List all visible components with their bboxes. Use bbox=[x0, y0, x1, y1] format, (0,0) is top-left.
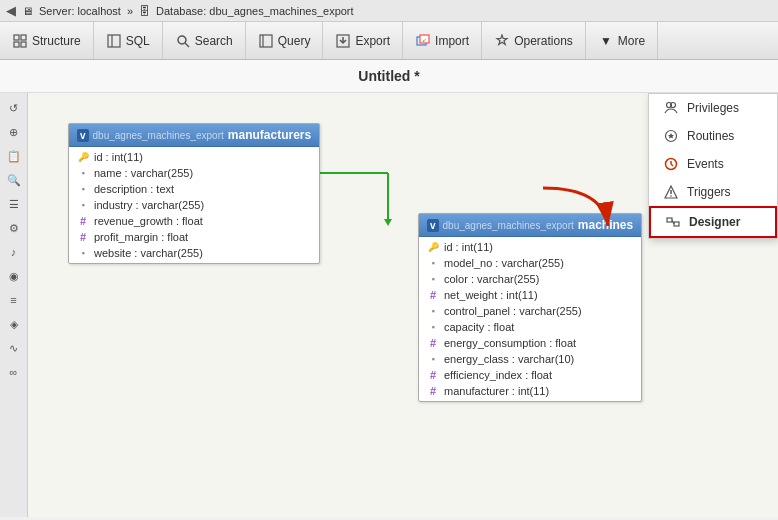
db-label: Database: dbu_agnes_machines_export bbox=[156, 5, 354, 17]
import-label: Import bbox=[435, 34, 469, 48]
menu-item-routines[interactable]: Routines bbox=[649, 122, 777, 150]
sidebar-icon-refresh[interactable]: ↺ bbox=[3, 97, 25, 119]
sidebar-icon-search[interactable]: 🔍 bbox=[3, 169, 25, 191]
field-name: website : varchar(255) bbox=[94, 247, 203, 259]
machines-fields: 🔑 id : int(11) ▪ model_no : varchar(255)… bbox=[419, 237, 641, 401]
sidebar-icon-infinity[interactable]: ∞ bbox=[3, 361, 25, 383]
table-v-badge: v bbox=[77, 129, 89, 142]
back-button[interactable]: ◀ bbox=[6, 3, 16, 18]
tab-more[interactable]: ▼ More bbox=[586, 22, 658, 59]
field-type-icon: ▪ bbox=[77, 167, 89, 179]
sidebar-icon-menu[interactable]: ≡ bbox=[3, 289, 25, 311]
table-manufacturers[interactable]: v dbu_agnes_machines_export manufacturer… bbox=[68, 123, 320, 264]
field-type-icon: ▪ bbox=[77, 199, 89, 211]
dropdown-arrow-icon: ▼ bbox=[598, 33, 614, 49]
sidebar-icon-gear[interactable]: ⚙ bbox=[3, 217, 25, 239]
sidebar-icon-add[interactable]: ⊕ bbox=[3, 121, 25, 143]
more-dropdown-menu: Privileges Routines Events Triggers bbox=[648, 93, 778, 239]
designer-label: Designer bbox=[689, 215, 740, 229]
sidebar-icon-music[interactable]: ♪ bbox=[3, 241, 25, 263]
sidebar-icon-list[interactable]: ☰ bbox=[3, 193, 25, 215]
designer-canvas[interactable]: v dbu_agnes_machines_export manufacturer… bbox=[28, 93, 778, 517]
sidebar-icon-circle[interactable]: ◉ bbox=[3, 265, 25, 287]
db-icon: 🗄 bbox=[139, 5, 150, 17]
menu-item-events[interactable]: Events bbox=[649, 150, 777, 178]
field-profit-margin: # profit_margin : float bbox=[69, 229, 319, 245]
search-label: Search bbox=[195, 34, 233, 48]
field-id: 🔑 id : int(11) bbox=[69, 149, 319, 165]
hash-icon: # bbox=[427, 369, 439, 381]
field-name: energy_class : varchar(10) bbox=[444, 353, 574, 365]
svg-rect-3 bbox=[21, 42, 26, 47]
field-name-row: ▪ name : varchar(255) bbox=[69, 165, 319, 181]
structure-icon bbox=[12, 33, 28, 49]
field-manufacturer: # manufacturer : int(11) bbox=[419, 383, 641, 399]
tab-search[interactable]: Search bbox=[163, 22, 246, 59]
field-name: net_weight : int(11) bbox=[444, 289, 538, 301]
server-icon: 🖥 bbox=[22, 5, 33, 17]
export-icon bbox=[335, 33, 351, 49]
field-name: efficiency_index : float bbox=[444, 369, 552, 381]
routines-icon bbox=[663, 128, 679, 144]
events-label: Events bbox=[687, 157, 724, 171]
menu-item-triggers[interactable]: Triggers bbox=[649, 178, 777, 206]
menu-item-privileges[interactable]: Privileges bbox=[649, 94, 777, 122]
triggers-icon bbox=[663, 184, 679, 200]
tab-structure[interactable]: Structure bbox=[0, 22, 94, 59]
svg-point-6 bbox=[178, 36, 186, 44]
privileges-label: Privileges bbox=[687, 101, 739, 115]
tab-import[interactable]: ↙ Import bbox=[403, 22, 482, 59]
separator: » bbox=[127, 5, 133, 17]
import-icon: ↙ bbox=[415, 33, 431, 49]
menu-item-designer[interactable]: Designer bbox=[649, 206, 777, 238]
tab-export[interactable]: Export bbox=[323, 22, 403, 59]
sidebar: ↺ ⊕ 📋 🔍 ☰ ⚙ ♪ ◉ ≡ ◈ ∿ ∞ bbox=[0, 93, 28, 517]
field-name: id : int(11) bbox=[444, 241, 493, 253]
table-manufacturers-header: v dbu_agnes_machines_export manufacturer… bbox=[69, 124, 319, 147]
field-id: 🔑 id : int(11) bbox=[419, 239, 641, 255]
field-color: ▪ color : varchar(255) bbox=[419, 271, 641, 287]
field-control-panel: ▪ control_panel : varchar(255) bbox=[419, 303, 641, 319]
manufacturers-db-name: dbu_agnes_machines_export bbox=[93, 130, 224, 141]
field-type-icon: ▪ bbox=[427, 305, 439, 317]
operations-label: Operations bbox=[514, 34, 573, 48]
toolbar: Structure SQL Search Query Export ↙ Impo… bbox=[0, 22, 778, 60]
field-type-icon: ▪ bbox=[77, 247, 89, 259]
field-name: revenue_growth : float bbox=[94, 215, 203, 227]
events-icon bbox=[663, 156, 679, 172]
tab-query[interactable]: Query bbox=[246, 22, 324, 59]
svg-rect-4 bbox=[108, 35, 120, 47]
tab-sql[interactable]: SQL bbox=[94, 22, 163, 59]
sql-icon bbox=[106, 33, 122, 49]
table-machines[interactable]: v dbu_agnes_machines_export machines 🔑 i… bbox=[418, 213, 642, 402]
svg-point-26 bbox=[670, 195, 672, 197]
field-type-icon: ▪ bbox=[427, 257, 439, 269]
field-name: energy_consumption : float bbox=[444, 337, 576, 349]
main-area: ↺ ⊕ 📋 🔍 ☰ ⚙ ♪ ◉ ≡ ◈ ∿ ∞ bbox=[0, 93, 778, 517]
sidebar-icon-diamond[interactable]: ◈ bbox=[3, 313, 25, 335]
field-name: manufacturer : int(11) bbox=[444, 385, 549, 397]
svg-line-7 bbox=[185, 43, 189, 47]
query-label: Query bbox=[278, 34, 311, 48]
field-efficiency-index: # efficiency_index : float bbox=[419, 367, 641, 383]
key-icon: 🔑 bbox=[77, 151, 89, 163]
field-name: color : varchar(255) bbox=[444, 273, 539, 285]
more-label: More bbox=[618, 34, 645, 48]
svg-rect-2 bbox=[14, 42, 19, 47]
svg-line-23 bbox=[671, 164, 673, 166]
server-label: Server: localhost bbox=[39, 5, 121, 17]
tab-operations[interactable]: Operations bbox=[482, 22, 586, 59]
field-type-icon: ▪ bbox=[427, 321, 439, 333]
sidebar-icon-wave[interactable]: ∿ bbox=[3, 337, 25, 359]
field-capacity: ▪ capacity : float bbox=[419, 319, 641, 335]
routines-label: Routines bbox=[687, 129, 734, 143]
svg-rect-27 bbox=[667, 218, 672, 222]
field-revenue-growth: # revenue_growth : float bbox=[69, 213, 319, 229]
privileges-icon bbox=[663, 100, 679, 116]
sidebar-icon-doc[interactable]: 📋 bbox=[3, 145, 25, 167]
hash-icon: # bbox=[427, 385, 439, 397]
field-net-weight: # net_weight : int(11) bbox=[419, 287, 641, 303]
export-label: Export bbox=[355, 34, 390, 48]
field-name: id : int(11) bbox=[94, 151, 143, 163]
svg-rect-28 bbox=[674, 222, 679, 226]
